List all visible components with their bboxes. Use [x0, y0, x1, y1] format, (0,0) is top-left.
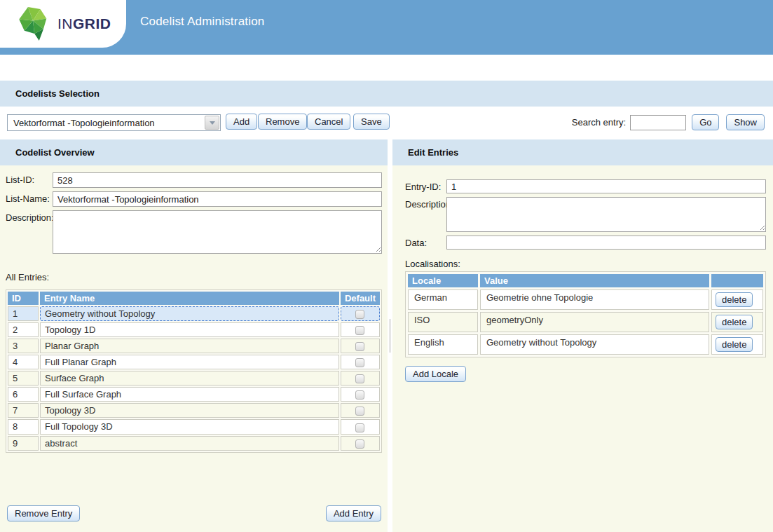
entry-name-cell[interactable]: Full Surface Graph — [40, 387, 339, 402]
main-area: Codelist Overview List-ID: List-Name: De… — [0, 139, 773, 532]
codelist-dropdown[interactable]: Vektorformat -Topologieinformation — [7, 114, 221, 131]
entry-id-cell[interactable]: 5 — [8, 371, 39, 386]
value-cell[interactable]: Geometry without Topology — [480, 334, 709, 355]
value-cell[interactable]: Geometrie ohne Topologie — [480, 289, 709, 310]
entry-id-cell[interactable]: 6 — [8, 387, 39, 402]
default-checkbox[interactable] — [355, 310, 364, 319]
list-item[interactable]: English Geometry without Topology delete — [408, 334, 763, 355]
entry-name-cell[interactable]: Full Planar Graph — [40, 355, 339, 369]
list-id-field[interactable] — [53, 172, 382, 188]
all-entries-label: All Entries: — [6, 272, 382, 282]
table-row[interactable]: 6 Full Surface Graph — [8, 387, 380, 402]
dropdown-arrow-button[interactable] — [205, 116, 219, 130]
search-go-button[interactable]: Go — [692, 114, 719, 130]
entry-name-cell[interactable]: Planar Graph — [40, 339, 339, 353]
entry-name-cell[interactable]: Surface Graph — [40, 371, 339, 386]
entry-description-field[interactable] — [446, 197, 766, 232]
chevron-down-icon — [210, 121, 215, 125]
table-row[interactable]: 9 abstract — [8, 436, 380, 451]
default-checkbox[interactable] — [355, 358, 364, 367]
default-checkbox[interactable] — [355, 407, 364, 416]
entries-table: ID Entry Name Default 1 Geometry without… — [6, 289, 382, 453]
ingrid-logo: INGRID — [0, 0, 126, 48]
action-cell: delete — [711, 334, 763, 355]
add-codelist-button[interactable]: Add — [226, 114, 257, 130]
entry-name-cell[interactable]: Geometry without Topology — [40, 306, 339, 321]
locale-cell[interactable]: English — [408, 334, 478, 355]
table-row[interactable]: 4 Full Planar Graph — [8, 355, 380, 369]
default-checkbox[interactable] — [355, 326, 364, 335]
entry-id-cell[interactable]: 9 — [8, 436, 39, 451]
entry-default-cell[interactable] — [341, 339, 380, 353]
entry-id-label: Entry-ID: — [405, 179, 446, 193]
entry-name-cell[interactable]: Topology 3D — [40, 403, 339, 418]
entry-description-label: Description: — [405, 197, 446, 232]
entry-id-cell[interactable]: 1 — [8, 306, 39, 321]
table-row[interactable]: 7 Topology 3D — [8, 403, 380, 418]
entry-data-field[interactable] — [446, 236, 766, 250]
panel-divider — [388, 139, 392, 532]
entry-id-cell[interactable]: 4 — [8, 355, 39, 369]
entry-id-cell[interactable]: 7 — [8, 403, 39, 418]
entry-name-cell[interactable]: Full Topology 3D — [40, 419, 339, 434]
default-checkbox[interactable] — [355, 439, 364, 449]
search-entry-input[interactable] — [630, 115, 686, 130]
default-checkbox[interactable] — [355, 390, 364, 400]
entry-id-cell[interactable]: 3 — [8, 339, 39, 353]
remove-entry-button[interactable]: Remove Entry — [7, 505, 80, 521]
save-button[interactable]: Save — [353, 114, 390, 130]
ingrid-wordmark: INGRID — [57, 15, 111, 32]
entry-id-cell[interactable]: 2 — [8, 322, 39, 337]
delete-locale-button[interactable]: delete — [716, 315, 753, 329]
entry-default-cell[interactable] — [341, 306, 380, 321]
delete-locale-button[interactable]: delete — [716, 337, 753, 352]
default-checkbox[interactable] — [355, 374, 364, 383]
entry-default-cell[interactable] — [341, 403, 380, 418]
add-locale-button[interactable]: Add Locale — [405, 366, 466, 382]
list-item[interactable]: German Geometrie ohne Topologie delete — [408, 289, 763, 310]
entry-name-cell[interactable]: Topology 1D — [40, 322, 339, 337]
delete-locale-button[interactable]: delete — [716, 292, 753, 307]
entry-default-cell[interactable] — [341, 436, 380, 451]
entries-header-id[interactable]: ID — [8, 292, 39, 305]
entry-data-label: Data: — [405, 236, 446, 250]
entry-id-cell[interactable]: 8 — [8, 419, 39, 434]
codelists-selection-bar: Codelists Selection — [0, 81, 773, 107]
codelist-overview-bar: Codelist Overview — [0, 139, 388, 165]
entry-default-cell[interactable] — [341, 387, 380, 402]
add-entry-button[interactable]: Add Entry — [326, 505, 381, 521]
entries-header-name[interactable]: Entry Name — [40, 292, 339, 305]
table-row[interactable]: 8 Full Topology 3D — [8, 419, 380, 434]
entry-default-cell[interactable] — [341, 371, 380, 386]
list-item[interactable]: ISO geometryOnly delete — [408, 312, 763, 332]
locale-cell[interactable]: ISO — [408, 312, 478, 332]
entry-default-cell[interactable] — [341, 419, 380, 434]
entry-default-cell[interactable] — [341, 322, 380, 337]
codelists-selection-title: Codelists Selection — [15, 88, 100, 99]
table-row[interactable]: 2 Topology 1D — [8, 322, 380, 337]
splitter-handle[interactable] — [390, 319, 390, 353]
search-group: Search entry: Go Show — [572, 114, 765, 130]
value-cell[interactable]: geometryOnly — [480, 312, 709, 332]
table-row[interactable]: 5 Surface Graph — [8, 371, 380, 386]
remove-codelist-button[interactable]: Remove — [258, 114, 307, 130]
codelist-administration-page: INGRID Codelist Administration Codelists… — [0, 0, 773, 532]
codelist-overview-panel: Codelist Overview List-ID: List-Name: De… — [0, 139, 388, 532]
entries-header-default[interactable]: Default — [341, 292, 380, 305]
search-show-button[interactable]: Show — [726, 114, 765, 130]
default-checkbox[interactable] — [355, 342, 364, 351]
entry-id-field[interactable] — [446, 179, 766, 193]
locale-header: Locale — [408, 274, 478, 287]
list-name-field[interactable] — [53, 191, 382, 207]
list-description-field[interactable] — [53, 210, 382, 254]
entry-name-cell[interactable]: abstract — [40, 436, 339, 451]
entry-default-cell[interactable] — [341, 355, 380, 369]
edit-entries-content: Entry-ID: Description: Data: Localisatio… — [392, 165, 773, 382]
cancel-button[interactable]: Cancel — [307, 114, 350, 130]
table-row[interactable]: 1 Geometry without Topology — [8, 306, 380, 321]
table-row[interactable]: 3 Planar Graph — [8, 339, 380, 353]
list-name-label: List-Name: — [6, 191, 53, 207]
actions-header — [711, 274, 763, 287]
default-checkbox[interactable] — [355, 423, 364, 432]
locale-cell[interactable]: German — [408, 289, 478, 310]
